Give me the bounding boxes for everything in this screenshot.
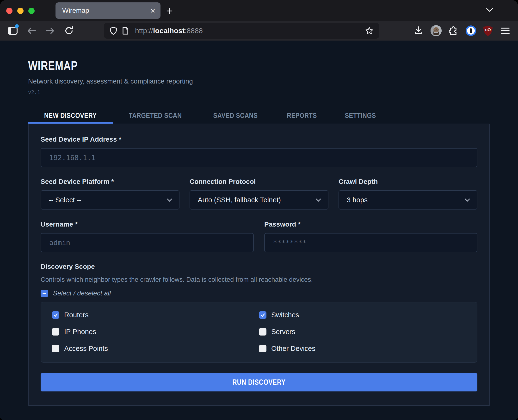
browser-window: Wiremap × + bbox=[0, 0, 518, 420]
tab-settings[interactable]: SETTINGS bbox=[331, 109, 390, 124]
profile-avatar[interactable] bbox=[431, 25, 442, 36]
checkbox-label: IP Phones bbox=[64, 328, 96, 336]
tab-new-discovery[interactable]: NEW DISCOVERY bbox=[28, 109, 113, 124]
protocol-select[interactable]: Auto (SSH, fallback Telnet) bbox=[190, 190, 328, 210]
browser-tab-bar: Wiremap × + bbox=[0, 0, 518, 21]
password-input[interactable] bbox=[264, 233, 477, 252]
ip-address-label: Seed Device IP Address * bbox=[41, 135, 477, 143]
version-label: v2.1 bbox=[28, 90, 490, 95]
platform-select[interactable]: -- Select -- bbox=[41, 190, 179, 210]
protocol-label: Connection Protocol bbox=[190, 178, 328, 186]
checkbox-label: Switches bbox=[271, 311, 299, 319]
scope-option-ip-phones[interactable]: IP Phones bbox=[52, 328, 259, 336]
scope-option-access-points[interactable]: Access Points bbox=[52, 345, 259, 352]
bookmark-star-icon[interactable] bbox=[365, 26, 374, 35]
checkbox-label: Access Points bbox=[64, 345, 108, 352]
scope-option-servers[interactable]: Servers bbox=[259, 328, 466, 336]
sidebar-icon[interactable] bbox=[7, 25, 18, 36]
other-devices-checkbox[interactable] bbox=[259, 345, 266, 352]
tab-reports[interactable]: REPORTS bbox=[273, 109, 331, 124]
run-discovery-button[interactable]: RUN DISCOVERY bbox=[41, 373, 477, 391]
close-window-button[interactable] bbox=[6, 8, 13, 14]
username-input[interactable] bbox=[41, 233, 254, 252]
ublock-origin-icon[interactable]: uO bbox=[483, 25, 493, 37]
routers-checkbox[interactable] bbox=[52, 311, 59, 319]
servers-checkbox[interactable] bbox=[259, 328, 266, 336]
checkbox-label: Other Devices bbox=[271, 345, 316, 352]
crawl-depth-select[interactable]: 3 hops bbox=[339, 190, 477, 210]
password-label: Password * bbox=[264, 221, 477, 228]
page-title: WIREMAP bbox=[28, 58, 490, 73]
page-subtitle: Network discovery, assessment & complian… bbox=[28, 77, 490, 85]
platform-label: Seed Device Platform * bbox=[41, 178, 179, 186]
url-text: http://localhost:8888 bbox=[135, 27, 360, 35]
tab-targeted-scan[interactable]: TARGETED SCAN bbox=[113, 109, 198, 124]
discovery-scope-heading: Discovery Scope bbox=[41, 263, 477, 270]
checkbox-label: Servers bbox=[271, 328, 295, 336]
ublock-badge-text: uO bbox=[485, 28, 491, 32]
tab-close-icon[interactable]: × bbox=[150, 7, 155, 15]
scope-options-panel: Routers Switches IP Phones Servers bbox=[41, 302, 477, 363]
forward-arrow-icon[interactable] bbox=[45, 25, 56, 36]
ip-phones-checkbox[interactable] bbox=[52, 328, 59, 336]
select-all-checkbox[interactable] bbox=[41, 290, 48, 297]
extensions-puzzle-icon[interactable] bbox=[448, 25, 459, 36]
username-label: Username * bbox=[41, 221, 254, 228]
back-arrow-icon[interactable] bbox=[26, 25, 37, 36]
select-all-label: Select / deselect all bbox=[53, 289, 111, 297]
browser-tab[interactable]: Wiremap × bbox=[55, 2, 161, 19]
checkbox-label: Routers bbox=[64, 311, 89, 319]
page-content: WIREMAP Network discovery, assessment & … bbox=[0, 41, 518, 420]
new-tab-button[interactable]: + bbox=[166, 4, 173, 17]
crawl-depth-label: Crawl Depth bbox=[339, 178, 477, 186]
tab-title: Wiremap bbox=[62, 7, 150, 15]
access-points-checkbox[interactable] bbox=[52, 345, 59, 352]
shield-icon[interactable] bbox=[109, 26, 117, 35]
page-info-icon[interactable] bbox=[122, 27, 129, 35]
ip-address-input[interactable] bbox=[41, 148, 477, 167]
chevron-down-icon bbox=[167, 196, 172, 201]
onepassword-icon[interactable] bbox=[466, 25, 476, 36]
app-tab-bar: NEW DISCOVERY TARGETED SCAN SAVED SCANS … bbox=[28, 109, 490, 124]
chevron-down-icon bbox=[465, 196, 470, 201]
browser-toolbar: http://localhost:8888 uO bbox=[0, 21, 518, 41]
crawl-depth-select-value: 3 hops bbox=[347, 196, 368, 204]
zoom-window-button[interactable] bbox=[28, 8, 35, 14]
reload-icon[interactable] bbox=[63, 25, 75, 36]
scope-option-routers[interactable]: Routers bbox=[52, 311, 259, 319]
protocol-select-value: Auto (SSH, fallback Telnet) bbox=[198, 196, 281, 204]
tab-overflow-chevron-icon[interactable] bbox=[485, 7, 494, 13]
chevron-down-icon bbox=[316, 196, 321, 201]
url-bar[interactable]: http://localhost:8888 bbox=[104, 23, 379, 39]
discovery-form-panel: Seed Device IP Address * Seed Device Pla… bbox=[28, 124, 490, 406]
menu-hamburger-icon[interactable] bbox=[500, 25, 511, 36]
discovery-scope-description: Controls which neighbor types the crawle… bbox=[41, 276, 477, 284]
platform-select-value: -- Select -- bbox=[49, 196, 81, 204]
window-controls bbox=[6, 8, 35, 14]
minimize-window-button[interactable] bbox=[17, 8, 23, 14]
switches-checkbox[interactable] bbox=[259, 311, 266, 319]
scope-option-other-devices[interactable]: Other Devices bbox=[259, 345, 466, 352]
tab-saved-scans[interactable]: SAVED SCANS bbox=[198, 109, 273, 124]
scope-option-switches[interactable]: Switches bbox=[259, 311, 466, 319]
download-icon[interactable] bbox=[413, 25, 424, 36]
notification-dot bbox=[15, 24, 19, 28]
